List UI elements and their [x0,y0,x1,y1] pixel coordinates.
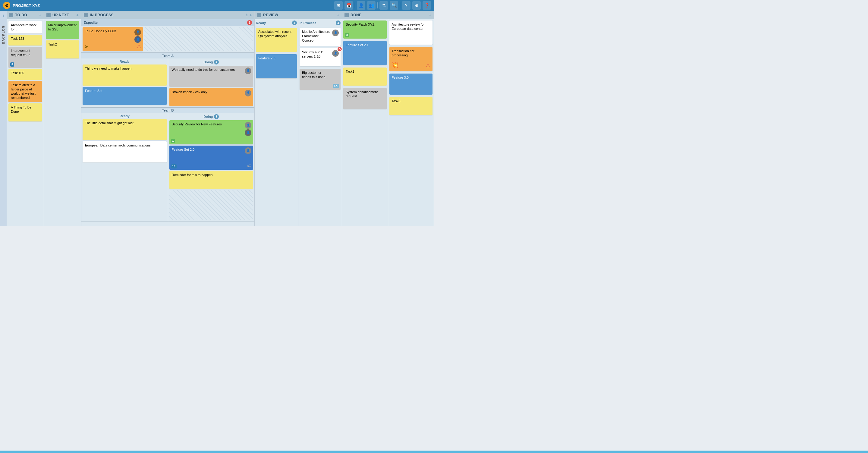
card-done-7-text: Feature 3.0 [392,76,409,79]
card-tb-r1[interactable]: The little detail that might get lost [83,119,167,140]
upnext-header: − UP NEXT + [44,11,81,19]
card-tb-d1[interactable]: Security Review for New Features 👤 👤 1 [169,120,253,144]
card-tb-d2[interactable]: Feature Set 2.0 👤 10 🏷 [169,146,253,170]
inprocess-info-icon[interactable]: ℹ [246,13,248,17]
team-b-sub-columns: Ready The little detail that might get l… [82,113,254,221]
review-add-button[interactable]: + [337,13,339,18]
done-col2: Architecture review for European data ce… [388,19,434,227]
card-todo-3[interactable]: Improvement request #522 3 [8,47,42,68]
calendar-button[interactable]: 📅 [344,1,353,10]
card-rv-ip3[interactable]: Big customer needs this done LK [300,69,341,90]
settings-button[interactable]: ⚙ [412,1,421,10]
help-button[interactable]: ? [402,1,410,10]
card-done-2-text: Feature Set 2.1 [346,43,369,47]
done-add-button[interactable]: + [429,13,431,18]
review-inprocess-count: 4 [336,21,341,25]
card-rv-ip1-avatar: 👤 [332,30,339,36]
todo-collapse-button[interactable]: − [9,13,13,17]
card-rv-r2-text: Feature 2.5 [258,56,275,60]
card-done-5[interactable]: Architecture review for European data ce… [390,21,433,44]
done-collapse-button[interactable]: − [344,13,349,17]
card-done-4-text: System enhancement request [346,90,378,98]
card-rv-ip2-close-button[interactable]: ✕ [337,47,342,52]
card-ta-d1[interactable]: We really need to do this for our custom… [169,66,253,87]
person-button[interactable]: 👤 [357,1,365,10]
card-tb-d2-text: Feature Set 2.0 [172,148,195,151]
filter-button[interactable]: ⚗ [379,1,388,10]
card-rv-ip2[interactable]: Security audit: servers 1-10 👤 ✕ [300,48,341,66]
card-todo-6-text: A Thing To Be Done [11,105,31,113]
expedite-header: Expedite 1 [82,19,254,26]
board-view-button[interactable]: ⊞ [334,1,343,10]
expedite-label: Expedite [84,21,98,24]
card-expedite-1[interactable]: To Be Done By EOD! 👤 👤 ➤ ⚠ [83,27,143,51]
expedite-count: 1 [247,20,252,25]
column-inprocess: − IN PROCESS ℹ + Expedite 1 To Be Done B… [82,11,255,227]
expedite-avatar-2: 👤 [134,36,141,43]
card-ta-d2-avatar: 👤 [245,90,251,96]
card-done-1-text: Security Patch XYZ [346,23,374,26]
team-a-name: Team A [162,54,174,58]
review-collapse-button[interactable]: − [257,13,261,17]
inprocess-collapse-button[interactable]: − [84,13,88,17]
inprocess-add-button[interactable]: + [250,13,252,18]
card-tb-d3[interactable]: Reminder for this to happen [169,171,253,189]
review-header-left: − REVIEW [257,13,278,17]
card-rv-ip1[interactable]: Mobile Architecture Framework Concept 👤 [300,28,341,46]
todo-add-button[interactable]: + [39,13,41,18]
review-header: − REVIEW + [255,11,342,19]
card-todo-4[interactable]: Task 456 [8,69,42,80]
card-done-2[interactable]: Feature Set 2.1 [343,41,387,65]
card-done-6-star-icon: 💥 [392,62,398,69]
card-todo-6[interactable]: A Thing To Be Done [8,103,42,121]
card-upnext-2[interactable]: Task2 [46,40,79,58]
card-tb-r2[interactable]: European Data center arch. communication… [83,141,167,162]
card-ta-r2[interactable]: Feature Set [83,87,167,105]
review-ready-label: Ready [256,21,266,25]
review-inprocess-col: In Process 4 Mobile Architecture Framewo… [299,19,342,227]
card-todo-1[interactable]: Architecture work for... [8,21,42,33]
card-done-3[interactable]: Task1 [343,67,387,86]
card-done-1[interactable]: Security Patch XYZ 3 [343,21,387,38]
card-tb-d1-avatar: 👤 [245,122,251,129]
team-b-name: Team B [162,109,174,112]
team-b-doing-label: Doing [204,115,213,118]
header-sep-3 [400,2,400,8]
upnext-add-button[interactable]: + [76,13,79,18]
card-done-7[interactable]: Feature 3.0 [390,73,433,95]
column-review: − REVIEW + Ready 4 Associated with recen… [255,11,342,227]
card-rv-r2[interactable]: Feature 2.5 [256,54,297,78]
review-title: REVIEW [263,13,278,17]
card-rv-ip3-initials: LK [333,84,339,88]
card-tb-d2-badge: 10 [171,164,177,169]
team-a-ready-header: Ready [83,60,167,63]
card-ta-d1-text: We really need to do this for our custom… [172,68,235,71]
card-upnext-1[interactable]: Major improvement to SSL [46,21,79,39]
backlog-add-button[interactable]: + [2,13,4,18]
team-a-doing-header: Doing 4 [169,60,253,64]
team-b-ready-label: Ready [120,114,130,118]
card-todo-2[interactable]: Task 123 [8,35,42,46]
card-todo-5[interactable]: Task related to a larger piece of work t… [8,81,42,102]
team-a-ready-col: Ready Thing we need to make happen Featu… [82,58,168,107]
team-a-sub-columns: Ready Thing we need to make happen Featu… [82,58,254,107]
card-done-6[interactable]: Transaction not processing ⚠ 💥 [390,47,433,71]
people-button[interactable]: 👥 [367,1,375,10]
inprocess-header-right: ℹ + [246,13,252,18]
upnext-collapse-button[interactable]: − [46,13,51,17]
card-ta-d2[interactable]: Broken import - csv only 👤 [169,88,253,106]
card-done-8[interactable]: Task3 [390,97,433,115]
search-button[interactable]: 🔍 [390,1,398,10]
card-todo-4-text: Task 456 [11,71,24,75]
question-button[interactable]: ❓ [423,1,431,10]
card-rv-r1[interactable]: Associated with recent QA system analysi… [256,28,297,52]
column-done: − DONE + Security Patch XYZ 3 Feature Se… [342,11,434,227]
inprocess-header: − IN PROCESS ℹ + [82,11,254,19]
review-ready-col: Ready 4 Associated with recent QA system… [255,19,299,227]
expedite-hatched-area [144,27,253,51]
card-ta-r1[interactable]: Thing we need to make happen [83,64,167,86]
card-done-4[interactable]: System enhancement request [343,88,387,109]
team-a-ready-label: Ready [120,60,130,63]
header-sep-1 [355,2,355,8]
expedite-section: Expedite 1 To Be Done By EOD! 👤 👤 ➤ ⚠ [82,19,254,53]
